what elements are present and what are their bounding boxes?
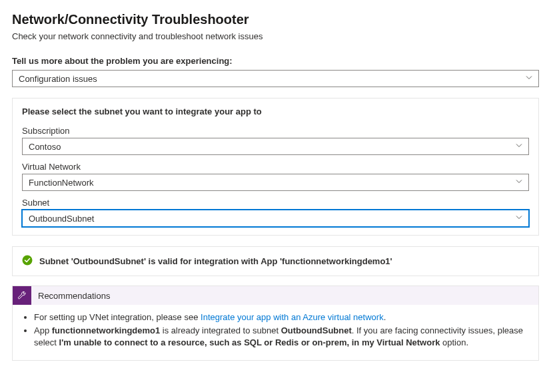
page-subtitle: Check your network connectivity and trou…: [12, 31, 539, 41]
wrench-icon: [13, 286, 31, 305]
chevron-down-icon: [515, 142, 523, 152]
chevron-down-icon: [515, 214, 523, 224]
list-item: For setting up VNet integration, please …: [34, 311, 529, 323]
subscription-dropdown-value: Contoso: [29, 142, 61, 152]
option-name: I'm unable to connect to a resource, suc…: [59, 337, 440, 347]
vnet-dropdown[interactable]: FunctionNetwork: [22, 174, 529, 191]
problem-dropdown-value: Configuration issues: [19, 74, 97, 84]
subnet-card-heading: Please select the subnet you want to int…: [22, 106, 529, 116]
vnet-label: Virtual Network: [22, 162, 529, 172]
subnet-select-card: Please select the subnet you want to int…: [12, 98, 539, 236]
recommendations-header: Recommendations: [13, 286, 538, 305]
vnet-dropdown-value: FunctionNetwork: [29, 178, 94, 188]
subnet-name: OutboundSubnet: [281, 325, 352, 335]
vnet-integration-link[interactable]: Integrate your app with an Azure virtual…: [201, 312, 384, 322]
subnet-label: Subnet: [22, 198, 529, 208]
svg-point-0: [23, 256, 33, 266]
subscription-dropdown[interactable]: Contoso: [22, 138, 529, 155]
validation-status: Subnet 'OutboundSubnet' is valid for int…: [12, 246, 539, 276]
list-item: App functionnetworkingdemo1 is already i…: [34, 325, 529, 349]
subnet-dropdown-value: OutboundSubnet: [29, 214, 94, 224]
recommendations-title: Recommendations: [31, 286, 110, 305]
subscription-label: Subscription: [22, 126, 529, 136]
chevron-down-icon: [525, 74, 533, 84]
check-circle-icon: [22, 255, 33, 268]
recommendations-card: Recommendations For setting up VNet inte…: [12, 286, 539, 361]
app-name: functionnetworkingdemo1: [52, 325, 161, 335]
validation-status-text: Subnet 'OutboundSubnet' is valid for int…: [39, 256, 392, 266]
subnet-dropdown[interactable]: OutboundSubnet: [22, 210, 529, 227]
problem-prompt: Tell us more about the problem you are e…: [12, 56, 539, 66]
page-title: Network/Connectivity Troubleshooter: [12, 12, 539, 27]
recommendations-body: For setting up VNet integration, please …: [13, 305, 538, 360]
chevron-down-icon: [515, 178, 523, 188]
problem-dropdown[interactable]: Configuration issues: [12, 70, 539, 87]
